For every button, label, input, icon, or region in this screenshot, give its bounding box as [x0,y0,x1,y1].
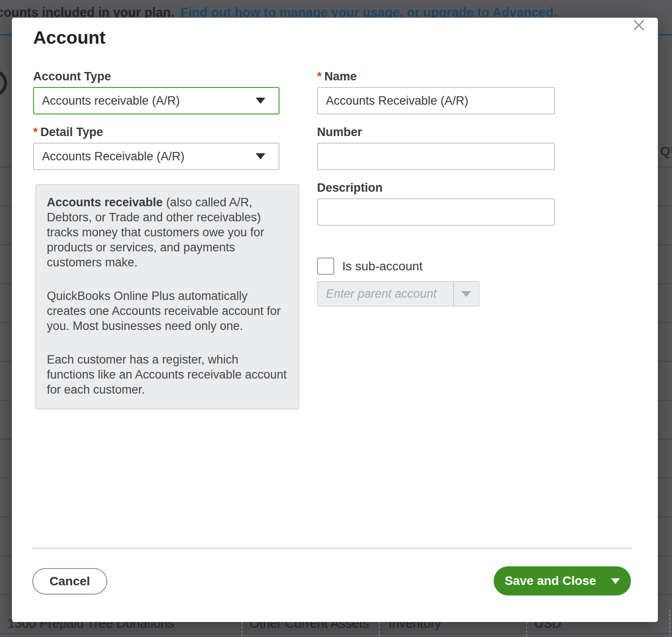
name-label-text: Name [325,70,357,83]
info-paragraph-1: Accounts receivable (also called A/R, De… [47,195,288,270]
bg-circle-decoration [0,70,7,96]
detail-type-value: Accounts Receivable (A/R) [42,150,185,163]
number-input[interactable] [326,150,546,163]
parent-account-dropdown-button[interactable] [454,282,479,306]
save-and-close-button[interactable]: Save and Close [494,566,631,595]
chevron-down-icon [461,291,471,297]
description-label-text: Description [317,181,383,194]
detail-type-select[interactable]: Accounts Receivable (A/R) [33,143,279,170]
detail-type-label-text: Detail Type [41,125,103,139]
description-input[interactable] [326,205,546,219]
info-paragraph-3: Each customer has a register, which func… [47,352,288,397]
dialog-title: Account [33,27,106,48]
description-field-wrap [317,198,555,226]
account-dialog: Account Account Type Accounts receivable… [12,18,658,622]
close-icon [631,18,646,33]
info-bold-lead: Accounts receivable [47,196,163,209]
save-and-close-label: Save and Close [505,574,596,588]
parent-account-combobox: Enter parent account [317,281,479,307]
info-paragraph-2: QuickBooks Online Plus automatically cre… [47,288,288,334]
description-label: Description [317,181,383,195]
required-asterisk: * [317,70,322,83]
close-button[interactable] [631,18,646,33]
chevron-down-icon [256,98,265,104]
is-sub-account-checkbox[interactable] [317,258,334,275]
footer-divider [32,548,632,549]
name-field-wrap [317,87,555,114]
is-sub-account-label: Is sub-account [342,259,423,273]
name-input[interactable] [326,94,546,108]
account-type-value: Accounts receivable (A/R) [42,94,180,108]
number-label-text: Number [317,125,362,139]
bg-column-header: QU [660,144,672,159]
name-label: *Name [317,70,357,83]
number-field-wrap [317,143,555,170]
number-label: Number [317,125,362,139]
account-type-label-text: Account Type [33,70,111,83]
account-type-select[interactable]: Accounts receivable (A/R) [33,87,279,114]
chevron-down-icon [256,153,265,159]
chevron-down-icon [611,578,620,584]
parent-account-input[interactable]: Enter parent account [318,282,454,306]
account-type-description-box: Accounts receivable (also called A/R, De… [35,184,299,410]
cancel-button[interactable]: Cancel [32,568,107,595]
required-asterisk: * [33,125,38,139]
detail-type-label: *Detail Type [33,125,103,139]
account-type-label: Account Type [33,70,111,83]
